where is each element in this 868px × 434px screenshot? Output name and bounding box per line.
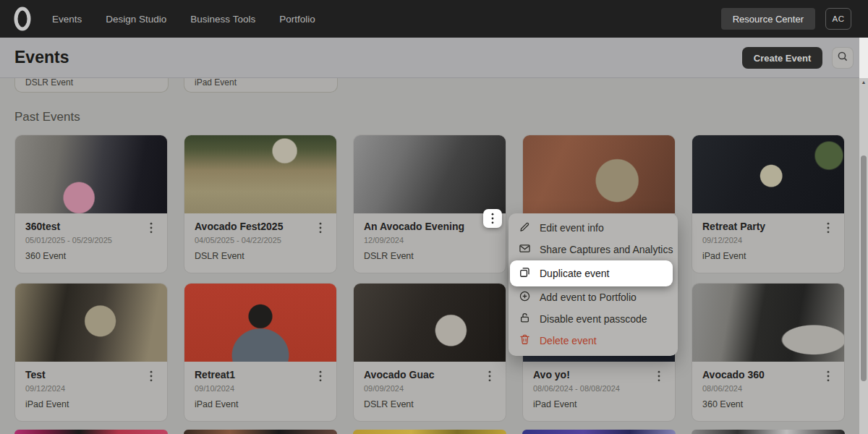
page-title: Events [14,48,69,67]
event-date: 09/10/2024 [195,384,326,393]
event-photo [523,135,675,213]
event-title: Avocado Guac [364,369,480,381]
event-menu-button[interactable] [652,370,665,383]
event-photo [692,284,844,362]
event-type: DSLR Event [364,399,495,409]
partial-event-card[interactable]: DSLR Event [14,78,169,93]
menu-item-share-captures[interactable]: Share Captures and Analytics [509,239,678,260]
scrollbar-up-arrow[interactable]: ▲ [859,80,868,85]
duplicate-icon [519,266,531,281]
menu-item-label: Edit event info [540,222,604,234]
event-photo [15,284,167,362]
event-type: iPad Event [195,399,326,409]
event-photo [692,430,845,434]
nav-item-business-tools[interactable]: Business Tools [190,14,255,25]
past-events-row-1: 360test 05/01/2025 - 05/29/2025 360 Even… [14,135,845,273]
event-photo [15,135,167,213]
event-title: 360test [25,221,141,233]
event-date: 05/01/2025 - 05/29/2025 [25,236,157,244]
event-date: 09/12/2024 [702,236,834,244]
event-type: 360 Event [25,251,157,261]
menu-item-add-to-portfolio[interactable]: Add event to Portfolio [509,286,678,308]
event-photo [14,430,168,434]
menu-item-edit-event-info[interactable]: Edit event info [509,217,678,239]
event-title: Avocado 360 [702,369,818,381]
event-menu-button[interactable] [314,221,327,234]
menu-item-label: Disable event passcode [540,313,647,325]
event-title: Retreat1 [195,369,310,381]
event-type: DSLR Event [364,251,495,261]
event-card[interactable]: Avocado Guac 09/09/2024 DSLR Event [353,283,506,422]
event-type: iPad Event [533,399,665,409]
resource-center-button[interactable]: Resource Center [721,8,815,30]
event-photo [353,430,506,434]
nav-links: Events Design Studio Business Tools Port… [52,14,315,25]
event-menu-button[interactable] [483,370,496,383]
search-icon [837,51,848,65]
scrollbar-header-gap [859,38,868,78]
section-title-past-events: Past Events [14,110,80,124]
event-photo [354,284,506,362]
menu-item-delete-event[interactable]: Delete event [509,330,678,352]
event-type: iPad Event [25,399,157,409]
top-nav: Events Design Studio Business Tools Port… [0,0,868,38]
event-photo [354,135,506,213]
event-title: Avocado Fest2025 [195,221,310,233]
pencil-icon [519,221,531,235]
envelope-icon [519,242,531,257]
past-events-row-2: Test 09/12/2024 iPad Event Retreat1 09/1… [14,283,845,422]
event-type: iPad Event [195,78,337,88]
event-context-menu: Edit event info Share Captures and Analy… [509,213,678,356]
nav-item-portfolio[interactable]: Portfolio [279,14,315,25]
menu-item-label: Add event to Portfolio [540,292,637,303]
events-page: Events Design Studio Business Tools Port… [0,0,868,434]
event-menu-button[interactable] [145,221,158,234]
nav-right: Resource Center AC [721,0,851,38]
event-photo [184,430,337,434]
event-menu-button[interactable] [145,370,158,383]
event-title: An Avocado Evening [364,221,480,233]
event-date: 09/09/2024 [364,384,495,393]
lock-icon [519,312,531,326]
event-date: 08/06/2024 [702,384,834,393]
event-menu-button[interactable] [822,370,835,383]
event-card[interactable]: 360test 05/01/2025 - 05/29/2025 360 Even… [14,135,168,273]
nav-item-design-studio[interactable]: Design Studio [106,14,166,25]
event-type: DSLR Event [25,78,168,88]
event-card[interactable]: Retreat1 09/10/2024 iPad Event [184,283,337,422]
event-card[interactable]: Retreat Party 09/12/2024 iPad Event [692,135,845,273]
page-header: Events Create Event [0,38,859,78]
event-photo [184,135,336,213]
plus-circle-icon [519,290,531,305]
event-date: 04/05/2025 - 04/22/2025 [195,236,326,244]
event-title: Test [25,369,141,381]
event-type: iPad Event [702,251,834,261]
trash-icon [519,333,531,348]
brand-logo-icon[interactable] [13,6,32,32]
event-menu-button[interactable] [822,221,835,234]
event-photo [184,284,336,362]
event-title: Avo yo! [533,369,649,381]
event-type: DSLR Event [195,251,326,261]
nav-item-events[interactable]: Events [52,14,82,25]
event-date: 12/09/2024 [364,236,495,244]
event-photo [522,430,676,434]
scrollbar[interactable]: ▲ [859,38,868,434]
event-date: 09/12/2024 [25,384,157,393]
event-menu-button[interactable] [314,370,327,383]
event-menu-button-active[interactable] [483,209,502,228]
event-card[interactable]: Test 09/12/2024 iPad Event [14,283,168,422]
avatar[interactable]: AC [825,8,851,30]
scrollbar-thumb[interactable] [861,156,867,381]
search-button[interactable] [832,47,854,69]
event-title: Retreat Party [702,221,818,233]
menu-item-duplicate-event[interactable]: Duplicate event [510,260,673,286]
menu-item-disable-passcode[interactable]: Disable event passcode [509,308,678,330]
menu-item-label: Delete event [540,335,597,346]
partial-event-card[interactable]: iPad Event [184,78,338,93]
event-card[interactable]: Avocado 360 08/06/2024 360 Event [692,283,845,422]
event-card[interactable]: Avocado Fest2025 04/05/2025 - 04/22/2025… [184,135,337,273]
create-event-button[interactable]: Create Event [742,47,822,69]
menu-item-label: Share Captures and Analytics [540,244,673,255]
event-card-menu-open[interactable]: An Avocado Evening 12/09/2024 DSLR Event [353,135,506,273]
